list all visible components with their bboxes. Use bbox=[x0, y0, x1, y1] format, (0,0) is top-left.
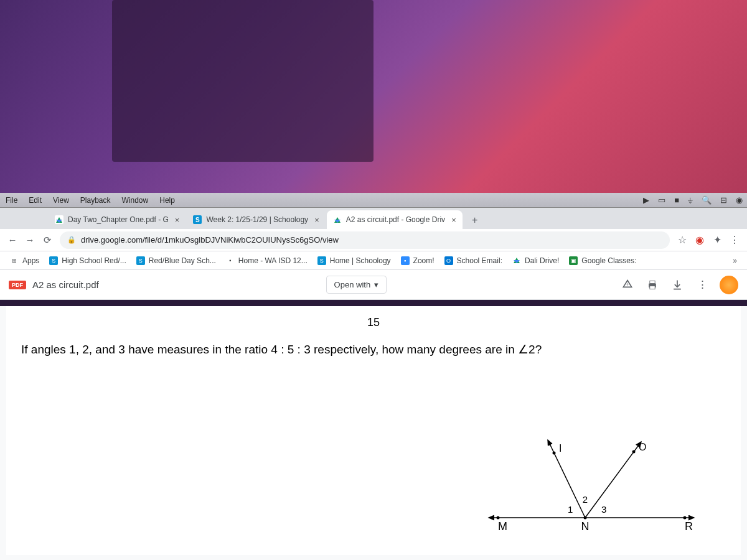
svg-point-9 bbox=[497, 516, 500, 520]
pdf-page: 15 If angles 1, 2, and 3 have measures i… bbox=[6, 306, 741, 555]
reload-button[interactable]: ⟳ bbox=[39, 231, 56, 249]
document-title: A2 as circuit.pdf bbox=[32, 279, 99, 290]
schoology-icon: S bbox=[49, 256, 58, 265]
svg-text:+: + bbox=[626, 281, 629, 287]
menu-window[interactable]: Window bbox=[116, 196, 154, 205]
outlook-icon: O bbox=[444, 256, 453, 265]
bookmark-google-classes[interactable]: ▣Google Classes: bbox=[564, 253, 641, 268]
tab-2-active[interactable]: A2 as circuit.pdf - Google Driv × bbox=[327, 210, 463, 229]
tray-battery-icon[interactable]: ■ bbox=[670, 195, 684, 205]
account-icon[interactable]: ◉ bbox=[691, 231, 708, 249]
bookmark-redblue[interactable]: SRed/Blue Day Sch... bbox=[131, 253, 221, 268]
classroom-icon: ▣ bbox=[569, 256, 578, 265]
mac-menubar: File Edit View Playback Window Help ▶ ▭ … bbox=[0, 193, 747, 208]
svg-point-11 bbox=[553, 452, 556, 455]
close-icon[interactable]: × bbox=[175, 215, 180, 225]
drive-icon bbox=[333, 215, 342, 224]
label-angle-1: 1 bbox=[568, 504, 573, 515]
close-icon[interactable]: × bbox=[451, 215, 456, 225]
svg-point-12 bbox=[632, 450, 636, 454]
drive-icon bbox=[55, 215, 63, 224]
menu-view[interactable]: View bbox=[47, 196, 75, 205]
bookmarks-bar: ⊞Apps SHigh School Red/... SRed/Blue Day… bbox=[0, 251, 747, 270]
address-bar[interactable]: 🔒 drive.google.com/file/d/1mkuOsglbDJVNi… bbox=[60, 231, 670, 249]
svg-point-10 bbox=[684, 516, 687, 520]
back-button[interactable]: ← bbox=[4, 231, 21, 249]
tab-label: Week 2: 1/25-1/29 | Schoology bbox=[206, 215, 308, 224]
bookmark-email[interactable]: OSchool Email: bbox=[439, 253, 507, 268]
extensions-icon[interactable]: ✦ bbox=[708, 231, 726, 249]
user-avatar[interactable] bbox=[720, 276, 738, 294]
tray-screen-icon[interactable]: ▭ bbox=[654, 195, 670, 205]
question-text: If angles 1, 2, and 3 have measures in t… bbox=[21, 342, 726, 358]
tab-strip: Day Two_Chapter One.pdf - G × S Week 2: … bbox=[0, 208, 747, 229]
site-icon: • bbox=[226, 256, 235, 265]
tab-label: Day Two_Chapter One.pdf - G bbox=[68, 215, 169, 224]
chrome-menu-icon[interactable]: ⋮ bbox=[726, 231, 743, 249]
label-angle-2: 2 bbox=[583, 494, 588, 505]
tab-label: A2 as circuit.pdf - Google Driv bbox=[346, 215, 445, 224]
menu-file[interactable]: File bbox=[0, 196, 23, 205]
label-I: I bbox=[559, 443, 561, 454]
url-text: drive.google.com/file/d/1mkuOsglbDJVNiKi… bbox=[81, 235, 339, 245]
svg-line-7 bbox=[585, 442, 641, 518]
schoology-icon: S bbox=[193, 215, 202, 224]
tab-1[interactable]: S Week 2: 1/25-1/29 | Schoology × bbox=[187, 210, 325, 229]
menu-playback[interactable]: Playback bbox=[75, 196, 116, 205]
label-angle-3: 3 bbox=[601, 504, 606, 515]
bookmark-apps[interactable]: ⊞Apps bbox=[5, 253, 44, 268]
zoom-icon: ▪ bbox=[401, 256, 410, 265]
schoology-icon: S bbox=[317, 256, 326, 265]
bookmark-zoom[interactable]: ▪Zoom! bbox=[396, 253, 439, 268]
pdf-badge: PDF bbox=[9, 281, 26, 289]
geometry-figure: M R N I O 1 2 3 bbox=[479, 424, 703, 536]
lock-icon: 🔒 bbox=[67, 236, 76, 244]
label-O: O bbox=[639, 442, 646, 452]
chrome-window: Day Two_Chapter One.pdf - G × S Week 2: … bbox=[0, 208, 747, 560]
bookmark-schoology-home[interactable]: SHome | Schoology bbox=[312, 253, 396, 268]
browser-toolbar: ← → ⟳ 🔒 drive.google.com/file/d/1mkuOsgl… bbox=[0, 229, 747, 251]
label-R: R bbox=[685, 520, 693, 533]
new-tab-button[interactable]: + bbox=[466, 212, 484, 229]
more-actions-icon[interactable]: ⋮ bbox=[691, 274, 713, 296]
label-M: M bbox=[498, 520, 507, 533]
tray-search-icon[interactable]: 🔍 bbox=[697, 195, 716, 205]
schoology-icon: S bbox=[136, 256, 145, 265]
document-viewport[interactable]: 15 If angles 1, 2, and 3 have measures i… bbox=[0, 306, 747, 560]
apps-grid-icon: ⊞ bbox=[10, 256, 19, 265]
tray-control-icon[interactable]: ⊟ bbox=[716, 195, 731, 205]
tray-wifi-icon[interactable]: ⏚ bbox=[684, 195, 697, 205]
add-to-drive-icon[interactable]: + bbox=[616, 274, 639, 296]
star-icon[interactable]: ☆ bbox=[674, 231, 691, 249]
bookmark-hs-red[interactable]: SHigh School Red/... bbox=[44, 253, 131, 268]
label-N: N bbox=[581, 520, 590, 533]
svg-rect-3 bbox=[650, 286, 655, 289]
svg-point-8 bbox=[584, 516, 587, 520]
menu-edit[interactable]: Edit bbox=[23, 196, 47, 205]
bookmark-waisd[interactable]: •Home - WA ISD 12... bbox=[221, 253, 312, 268]
drive-header: PDF A2 as circuit.pdf Open with ▾ + ⋮ bbox=[0, 270, 747, 300]
open-with-button[interactable]: Open with ▾ bbox=[326, 276, 387, 294]
problem-number: 15 bbox=[21, 316, 726, 329]
forward-button[interactable]: → bbox=[21, 231, 39, 249]
download-icon[interactable] bbox=[666, 274, 688, 296]
caret-down-icon: ▾ bbox=[374, 280, 378, 289]
svg-rect-2 bbox=[650, 281, 655, 283]
bookmarks-overflow-icon[interactable]: » bbox=[728, 256, 742, 265]
bookmark-dali-drive[interactable]: Dali Drive! bbox=[507, 253, 564, 268]
close-icon[interactable]: × bbox=[314, 215, 319, 225]
drive-icon bbox=[512, 256, 521, 265]
tray-play-icon[interactable]: ▶ bbox=[639, 195, 654, 205]
desktop-background bbox=[0, 0, 747, 193]
tab-0[interactable]: Day Two_Chapter One.pdf - G × bbox=[49, 210, 186, 229]
menu-help[interactable]: Help bbox=[154, 196, 181, 205]
print-icon[interactable] bbox=[641, 274, 664, 296]
tray-siri-icon[interactable]: ◉ bbox=[731, 195, 747, 205]
